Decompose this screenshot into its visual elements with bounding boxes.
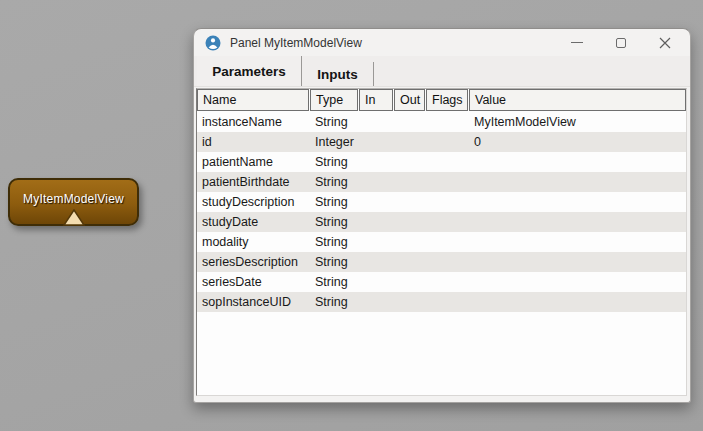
cell-type: Integer (310, 132, 359, 152)
table-row[interactable]: patientName String (197, 152, 686, 172)
cell-in (359, 132, 394, 152)
tab-parameters-label: Parameters (212, 64, 286, 79)
cell-in (359, 112, 394, 132)
table-row[interactable]: seriesDate String (197, 272, 686, 292)
cell-flags (426, 192, 469, 212)
table-body: instanceName String MyItemModelView id I… (197, 112, 686, 395)
cell-value[interactable]: MyItemModelView (469, 112, 686, 132)
cell-out (394, 212, 426, 232)
cell-value[interactable] (469, 272, 686, 292)
cell-out (394, 112, 426, 132)
tab-inputs-label: Inputs (317, 67, 358, 82)
minimize-icon (571, 42, 583, 43)
cell-flags (426, 212, 469, 232)
cell-flags (426, 172, 469, 192)
table-row[interactable]: studyDate String (197, 212, 686, 232)
tab-inputs[interactable]: Inputs (302, 62, 374, 86)
cell-in (359, 172, 394, 192)
column-header-name[interactable]: Name (197, 89, 309, 111)
cell-in (359, 152, 394, 172)
column-header-out[interactable]: Out (394, 89, 425, 111)
cell-value[interactable] (469, 232, 686, 252)
panel-window: Panel MyItemModelView Parameters Inputs … (193, 28, 691, 403)
cell-in (359, 232, 394, 252)
cell-out (394, 272, 426, 292)
cell-out (394, 292, 426, 312)
column-header-type[interactable]: Type (310, 89, 358, 111)
cell-name: patientName (197, 152, 310, 172)
cell-flags (426, 152, 469, 172)
cell-name: patientBirthdate (197, 172, 310, 192)
cell-name: seriesDate (197, 272, 310, 292)
cell-value[interactable] (469, 152, 686, 172)
mevislab-logo-icon (205, 35, 221, 51)
cell-type: String (310, 112, 359, 132)
cell-value[interactable] (469, 172, 686, 192)
cell-type: String (310, 172, 359, 192)
cell-type: String (310, 212, 359, 232)
table-row[interactable]: id Integer 0 (197, 132, 686, 152)
maximize-icon (616, 38, 626, 48)
cell-value[interactable]: 0 (469, 132, 686, 152)
column-header-value[interactable]: Value (469, 89, 686, 111)
cell-in (359, 192, 394, 212)
table-row[interactable]: modality String (197, 232, 686, 252)
table-header-row: Name Type In Out Flags Value (197, 89, 686, 112)
parameters-table: Name Type In Out Flags Value instanceNam… (196, 88, 687, 396)
cell-value[interactable] (469, 212, 686, 232)
table-row[interactable]: instanceName String MyItemModelView (197, 112, 686, 132)
cell-name: id (197, 132, 310, 152)
tab-bar: Parameters Inputs (194, 56, 690, 87)
cell-name: modality (197, 232, 310, 252)
cell-type: String (310, 292, 359, 312)
module-node-myitemmodelview[interactable]: MyItemModelView (8, 178, 139, 226)
cell-value[interactable] (469, 292, 686, 312)
cell-out (394, 152, 426, 172)
cell-in (359, 212, 394, 232)
cell-out (394, 232, 426, 252)
cell-name: studyDate (197, 212, 310, 232)
module-node-label: MyItemModelView (23, 192, 124, 206)
cell-in (359, 292, 394, 312)
close-button[interactable] (658, 36, 672, 50)
minimize-button[interactable] (570, 36, 584, 50)
window-title: Panel MyItemModelView (230, 36, 362, 50)
cell-flags (426, 132, 469, 152)
cell-type: String (310, 272, 359, 292)
cell-name: instanceName (197, 112, 310, 132)
tab-parameters[interactable]: Parameters (197, 56, 302, 86)
cell-out (394, 192, 426, 212)
table-row[interactable]: seriesDescription String (197, 252, 686, 272)
close-icon (659, 37, 671, 49)
cell-name: sopInstanceUID (197, 292, 310, 312)
input-connector-triangle-icon[interactable] (63, 209, 85, 226)
cell-type: String (310, 232, 359, 252)
cell-out (394, 172, 426, 192)
window-controls (570, 36, 682, 50)
cell-in (359, 272, 394, 292)
cell-name: seriesDescription (197, 252, 310, 272)
title-bar[interactable]: Panel MyItemModelView (194, 29, 690, 56)
cell-flags (426, 252, 469, 272)
cell-out (394, 132, 426, 152)
cell-flags (426, 112, 469, 132)
column-header-flags[interactable]: Flags (426, 89, 468, 111)
table-row[interactable]: patientBirthdate String (197, 172, 686, 192)
desktop-background: { "colors": { "background": "#a4a4a4", "… (0, 0, 703, 431)
cell-value[interactable] (469, 192, 686, 212)
cell-flags (426, 272, 469, 292)
cell-type: String (310, 152, 359, 172)
table-row[interactable]: sopInstanceUID String (197, 292, 686, 312)
column-header-in[interactable]: In (359, 89, 393, 111)
cell-name: studyDescription (197, 192, 310, 212)
maximize-button[interactable] (614, 36, 628, 50)
cell-flags (426, 232, 469, 252)
cell-type: String (310, 252, 359, 272)
table-row[interactable]: studyDescription String (197, 192, 686, 212)
cell-type: String (310, 192, 359, 212)
cell-flags (426, 292, 469, 312)
cell-out (394, 252, 426, 272)
cell-in (359, 252, 394, 272)
cell-value[interactable] (469, 252, 686, 272)
